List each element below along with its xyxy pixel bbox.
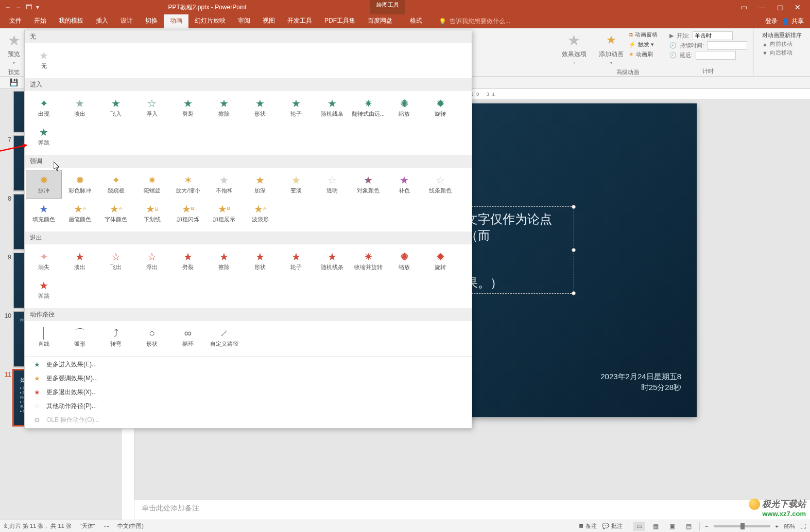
anim-spin2[interactable]: ✷陀螺旋 [134,170,170,199]
tab-baidu[interactable]: 百度网盘 [361,14,399,28]
move-backward-button[interactable]: ▼向后移动 [762,49,802,57]
anim-spin[interactable]: ✹旋转 [422,93,458,122]
anim-wave[interactable]: ★A波浪形 [242,199,278,227]
comments-toggle[interactable]: 💬批注 [602,522,623,530]
tab-home[interactable]: 开始 [28,14,53,28]
path-custom[interactable]: ⟋自定义路径 [206,323,242,352]
share-button[interactable]: 👤共享 [782,17,804,26]
anim-wipe2[interactable]: ★擦除 [206,246,242,275]
anim-underline[interactable]: ★U下划线 [134,199,170,227]
tab-animations[interactable]: 动画 [164,14,188,28]
anim-complement[interactable]: ★补色 [386,170,422,199]
anim-disappear[interactable]: ✦消失 [26,246,62,275]
anim-growshrink[interactable]: ✶放大/缩小 [170,170,206,199]
zoom-out-icon[interactable]: − [705,523,708,529]
login-button[interactable]: 登录 [765,17,778,26]
close-icon[interactable]: ✕ [795,3,801,11]
maximize-icon[interactable]: ◻ [777,3,783,11]
qat-more-icon[interactable]: ▾ [36,4,39,11]
anim-colorpulse[interactable]: ✹彩色脉冲 [62,170,98,199]
minimize-icon[interactable]: — [759,3,766,11]
anim-randombars[interactable]: ★随机线条 [314,93,350,122]
anim-desaturate[interactable]: ★不饱和 [206,170,242,199]
more-motion-paths[interactable]: ☆其他动作路径(P)... [25,399,472,413]
notes-pane[interactable]: 单击此处添加备注 [134,499,810,520]
path-shape[interactable]: ○形状 [134,323,170,352]
tab-pdftools[interactable]: PDF工具集 [318,14,361,28]
anim-zoomout[interactable]: ✺缩放 [386,246,422,275]
anim-wheel[interactable]: ★轮子 [278,93,314,122]
anim-floatout[interactable]: ☆浮出 [134,246,170,275]
zoom-slider[interactable] [714,525,770,527]
reading-view-icon[interactable]: ▣ [666,522,678,531]
anim-bounce[interactable]: ★弹跳 [26,122,62,151]
tab-mytemplates[interactable]: 我的模板 [53,14,90,28]
anim-shrinkturn[interactable]: ✷收缩并旋转 [350,246,386,275]
tab-transitions[interactable]: 切换 [139,14,164,28]
anim-brushcolor[interactable]: ★A画笔颜色 [62,199,98,227]
anim-lighten[interactable]: ★变淡 [278,170,314,199]
start-input[interactable] [693,31,733,40]
anim-flyout[interactable]: ☆飞出 [98,246,134,275]
tab-view[interactable]: 视图 [256,14,281,28]
anim-objcolor[interactable]: ★对象颜色 [350,170,386,199]
forward-icon[interactable]: → [15,4,22,11]
anim-pulse[interactable]: ✸脉冲 [26,170,62,199]
anim-split[interactable]: ★劈裂 [170,93,206,122]
trigger-button[interactable]: ⚡触发 ▾ [627,40,660,49]
anim-shape[interactable]: ★形状 [242,93,278,122]
animation-painter-button[interactable]: ★动画刷 [627,50,660,59]
duration-input[interactable] [707,41,747,50]
anim-split2[interactable]: ★劈裂 [170,246,206,275]
anim-floatin[interactable]: ☆浮入 [134,93,170,122]
anim-flyin[interactable]: ★飞入 [98,93,134,122]
tab-design[interactable]: 设计 [114,14,139,28]
ribbon-options-icon[interactable]: ▭ [740,3,747,11]
tab-format[interactable]: 格式 [399,14,434,28]
zoom-in-icon[interactable]: + [775,523,779,529]
path-arc[interactable]: ⌒弧形 [62,323,98,352]
preview-button[interactable]: ★ 预览 ▾ [3,30,25,67]
tab-insert[interactable]: 插入 [90,14,114,28]
delay-input[interactable] [696,51,736,60]
slide-position[interactable]: 幻灯片 第 11 张， 共 11 张 [4,522,72,530]
anim-appear[interactable]: ✦出现 [26,93,62,122]
anim-boldreveal[interactable]: ★B加粗展示 [206,199,242,227]
ime-icon[interactable]: ᠁ [104,523,109,529]
effect-options-button[interactable]: ★ 效果选项 ▾ [559,30,590,67]
anim-fontcolor[interactable]: ★A字体颜色 [98,199,134,227]
anim-linecolor[interactable]: ☆线条颜色 [422,170,458,199]
anim-wipe[interactable]: ★擦除 [206,93,242,122]
anim-growturn[interactable]: ✷翻转式由远... [350,93,386,122]
text-box[interactable]: 文字仅作为论点（而 果。） [461,206,574,294]
more-exit-effects[interactable]: ★更多退出效果(X)... [25,385,472,399]
tab-review[interactable]: 审阅 [232,14,256,28]
path-turn[interactable]: ⤴转弯 [98,323,134,352]
anim-boldflash[interactable]: ★B加粗闪烁 [170,199,206,227]
zoom-level[interactable]: 95% [784,523,795,529]
path-line[interactable]: │直线 [26,323,62,352]
tab-file[interactable]: 文件 [3,14,28,28]
anim-zoom[interactable]: ✺缩放 [386,93,422,122]
fit-window-icon[interactable]: ⛶ [800,523,806,529]
anim-wheel2[interactable]: ★轮子 [278,246,314,275]
more-entrance-effects[interactable]: ★更多进入效果(E)... [25,358,472,371]
sorter-view-icon[interactable]: ▦ [650,522,661,531]
move-forward-button[interactable]: ▲向前移动 [762,40,802,48]
anim-spinout[interactable]: ✹旋转 [422,246,458,275]
tell-me-search[interactable]: 💡 告诉我您想要做什么... [434,14,759,28]
anim-none[interactable]: ★无 [26,45,62,74]
path-loop[interactable]: ∞循环 [170,323,206,352]
slideshow-view-icon[interactable]: ▤ [683,522,694,531]
language[interactable]: 中文(中国) [117,522,144,530]
anim-fade[interactable]: ★淡出 [62,93,98,122]
anim-transparency[interactable]: ☆透明 [314,170,350,199]
back-icon[interactable]: ← [5,4,11,11]
anim-darken[interactable]: ★加深 [242,170,278,199]
anim-teeter[interactable]: ✦跷跷板 [98,170,134,199]
tab-developer[interactable]: 开发工具 [281,14,318,28]
anim-bounceout[interactable]: ★弹跳 [26,275,62,304]
animation-pane-button[interactable]: ⧉动画窗格 [627,30,660,39]
anim-randombars2[interactable]: ★随机线条 [314,246,350,275]
anim-shape2[interactable]: ★形状 [242,246,278,275]
